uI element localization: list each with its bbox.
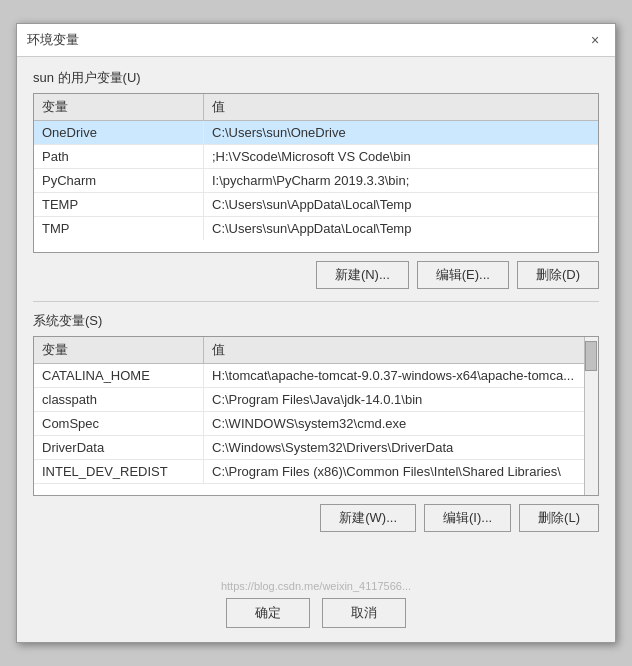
scrollbar-thumb[interactable] xyxy=(585,341,597,371)
table-row[interactable]: INTEL_DEV_REDIST C:\Program Files (x86)\… xyxy=(34,460,598,484)
user-edit-button[interactable]: 编辑(E)... xyxy=(417,261,509,289)
user-header-val: 值 xyxy=(204,94,598,120)
table-row[interactable]: classpath C:\Program Files\Java\jdk-14.0… xyxy=(34,388,598,412)
dialog-body: sun 的用户变量(U) 变量 值 OneDrive C:\Users\sun\… xyxy=(17,57,615,588)
row-val: C:\WINDOWS\system32\cmd.exe xyxy=(204,412,598,435)
row-val: C:\Windows\System32\Drivers\DriverData xyxy=(204,436,598,459)
bottom-btn-row: 确定 取消 xyxy=(17,588,615,642)
env-variables-dialog: 环境变量 × sun 的用户变量(U) 变量 值 OneDrive C:\Use… xyxy=(16,23,616,643)
sys-table-header: 变量 值 xyxy=(34,337,598,364)
sys-btn-row: 新建(W)... 编辑(I)... 删除(L) xyxy=(33,504,599,532)
user-variables-table: 变量 值 OneDrive C:\Users\sun\OneDrive Path… xyxy=(33,93,599,253)
row-val: C:\Users\sun\AppData\Local\Temp xyxy=(204,217,598,240)
row-val: H:\tomcat\apache-tomcat-9.0.37-windows-x… xyxy=(204,364,598,387)
row-val: ;H:\VScode\Microsoft VS Code\bin xyxy=(204,145,598,168)
row-var: ComSpec xyxy=(34,412,204,435)
table-row[interactable]: PyCharm I:\pycharm\PyCharm 2019.3.3\bin; xyxy=(34,169,598,193)
table-row[interactable]: TEMP C:\Users\sun\AppData\Local\Temp xyxy=(34,193,598,217)
row-var: INTEL_DEV_REDIST xyxy=(34,460,204,483)
row-val: C:\Users\sun\AppData\Local\Temp xyxy=(204,193,598,216)
table-row[interactable]: OneDrive C:\Users\sun\OneDrive xyxy=(34,121,598,145)
user-new-button[interactable]: 新建(N)... xyxy=(316,261,409,289)
sys-header-val: 值 xyxy=(204,337,598,363)
sys-section-label: 系统变量(S) xyxy=(33,312,599,330)
cancel-button[interactable]: 取消 xyxy=(322,598,406,628)
sys-header-var: 变量 xyxy=(34,337,204,363)
scrollbar[interactable] xyxy=(584,337,598,495)
row-var: Path xyxy=(34,145,204,168)
dialog-title: 环境变量 xyxy=(27,31,79,49)
sys-variables-table: 变量 值 CATALINA_HOME H:\tomcat\apache-tomc… xyxy=(33,336,599,496)
table-row[interactable]: CATALINA_HOME H:\tomcat\apache-tomcat-9.… xyxy=(34,364,598,388)
title-bar: 环境变量 × xyxy=(17,24,615,57)
row-val: C:\Program Files\Java\jdk-14.0.1\bin xyxy=(204,388,598,411)
row-var: classpath xyxy=(34,388,204,411)
user-header-var: 变量 xyxy=(34,94,204,120)
table-row[interactable]: ComSpec C:\WINDOWS\system32\cmd.exe xyxy=(34,412,598,436)
row-var: CATALINA_HOME xyxy=(34,364,204,387)
row-var: TMP xyxy=(34,217,204,240)
user-table-header: 变量 值 xyxy=(34,94,598,121)
sys-delete-button[interactable]: 删除(L) xyxy=(519,504,599,532)
table-row[interactable]: Path ;H:\VScode\Microsoft VS Code\bin xyxy=(34,145,598,169)
row-val: C:\Program Files (x86)\Common Files\Inte… xyxy=(204,460,598,483)
row-var: OneDrive xyxy=(34,121,204,144)
sys-edit-button[interactable]: 编辑(I)... xyxy=(424,504,511,532)
row-val: I:\pycharm\PyCharm 2019.3.3\bin; xyxy=(204,169,598,192)
row-var: DriverData xyxy=(34,436,204,459)
close-button[interactable]: × xyxy=(585,30,605,50)
user-btn-row: 新建(N)... 编辑(E)... 删除(D) xyxy=(33,261,599,289)
table-row[interactable]: DriverData C:\Windows\System32\Drivers\D… xyxy=(34,436,598,460)
user-section-label: sun 的用户变量(U) xyxy=(33,69,599,87)
row-var: PyCharm xyxy=(34,169,204,192)
user-table-body: OneDrive C:\Users\sun\OneDrive Path ;H:\… xyxy=(34,121,598,240)
user-delete-button[interactable]: 删除(D) xyxy=(517,261,599,289)
sys-table-body: CATALINA_HOME H:\tomcat\apache-tomcat-9.… xyxy=(34,364,598,484)
row-val: C:\Users\sun\OneDrive xyxy=(204,121,598,144)
section-divider xyxy=(33,301,599,302)
table-row[interactable]: TMP C:\Users\sun\AppData\Local\Temp xyxy=(34,217,598,240)
ok-button[interactable]: 确定 xyxy=(226,598,310,628)
row-var: TEMP xyxy=(34,193,204,216)
sys-new-button[interactable]: 新建(W)... xyxy=(320,504,416,532)
